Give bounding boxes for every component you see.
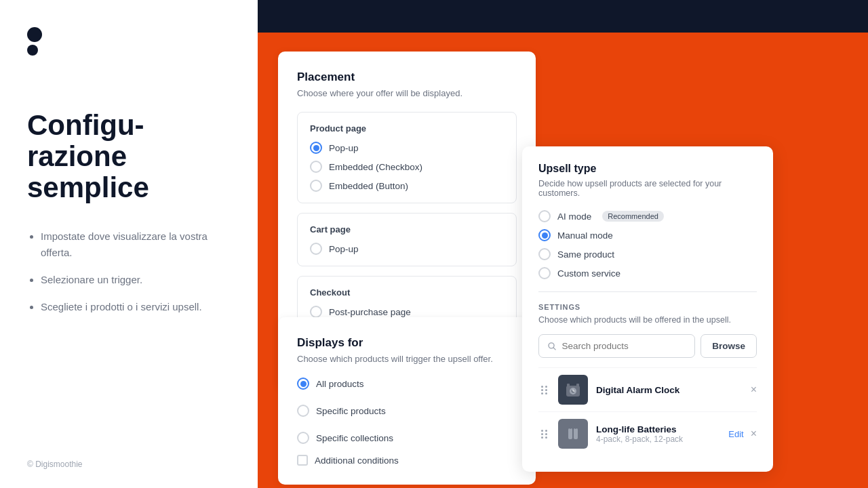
drag-handle-1[interactable]	[538, 383, 550, 397]
upsell-radio-group: AI mode Recommended Manual mode Same pro…	[538, 210, 757, 279]
svg-line-1	[553, 348, 555, 350]
displays-all-label: All products	[316, 379, 364, 389]
displays-specific-label: Specific products	[316, 406, 386, 416]
displays-specific-collections[interactable]: Specific collections	[297, 432, 517, 444]
radio-embedded-cb-label: Embedded (Checkbox)	[329, 162, 422, 172]
edit-product-2[interactable]: Edit	[728, 429, 743, 439]
top-bar	[258, 0, 868, 33]
logo-dot-large	[27, 27, 42, 42]
upsell-radio-manual-circle	[538, 229, 551, 241]
search-row: Browse	[538, 334, 757, 358]
remove-product-1[interactable]: ×	[751, 384, 757, 395]
radio-popup-circle	[310, 142, 322, 154]
displays-collections-label: Specific collections	[316, 433, 393, 443]
displays-options: All products Specific products Specific …	[297, 378, 517, 444]
product-variant-2: 4-pack, 8-pack, 12-pack	[596, 434, 720, 444]
upsell-radio-same-circle	[538, 248, 551, 260]
upsell-radio-ai[interactable]: AI mode Recommended	[538, 210, 757, 222]
svg-rect-9	[568, 428, 572, 439]
drag-handle-2[interactable]	[538, 427, 550, 441]
svg-rect-7	[567, 384, 570, 387]
search-input-wrap[interactable]	[538, 334, 695, 358]
displays-collections-circle	[297, 432, 309, 444]
displays-card: Displays for Choose which products will …	[278, 317, 536, 485]
checkout-label: Checkout	[310, 287, 504, 298]
displays-additional-checkbox[interactable]	[297, 455, 308, 466]
displays-subtitle: Choose which products will trigger the u…	[297, 354, 517, 364]
product-item-2: Long-life Batteries 4-pack, 8-pack, 12-p…	[538, 411, 757, 455]
radio-embedded-btn-circle	[310, 180, 322, 192]
cart-page-label: Cart page	[310, 224, 504, 235]
logo-dot-small	[27, 45, 38, 56]
product-page-label: Product page	[310, 123, 504, 134]
radio-embedded-cb[interactable]: Embedded (Checkbox)	[310, 161, 504, 173]
svg-rect-11	[570, 427, 571, 429]
radio-popup-label: Pop-up	[329, 143, 359, 153]
upsell-radio-custom-circle	[538, 267, 551, 279]
radio-post-purchase-circle	[310, 306, 322, 318]
displays-all-circle	[297, 378, 309, 390]
displays-all-products[interactable]: All products	[297, 378, 517, 390]
product-img-2	[558, 419, 588, 449]
upsell-title: Upsell type	[538, 163, 757, 175]
bullet-2: Selezionare un trigger.	[41, 272, 231, 288]
product-item-1: Digital Alarm Clock ×	[538, 367, 757, 411]
svg-rect-8	[576, 384, 579, 387]
left-panel: Configu- razione semplice Impostate dove…	[0, 0, 258, 488]
copyright: © Digismoothie	[27, 460, 83, 469]
upsell-subtitle: Decide how upsell products are selected …	[538, 179, 757, 198]
displays-additional-label: Additional conditions	[315, 455, 399, 466]
radio-cart-popup-circle	[310, 243, 322, 255]
logo	[27, 27, 231, 56]
product-name-2: Long-life Batteries	[596, 424, 720, 434]
browse-button[interactable]: Browse	[701, 334, 757, 358]
product-name-1: Digital Alarm Clock	[596, 385, 743, 395]
radio-post-purchase-label: Post-purchase page	[329, 307, 411, 317]
svg-rect-10	[574, 428, 578, 439]
settings-label: SETTINGS	[538, 303, 757, 311]
product-info-1: Digital Alarm Clock	[596, 385, 743, 395]
upsell-radio-manual[interactable]: Manual mode	[538, 229, 757, 241]
search-icon	[547, 341, 556, 351]
displays-title: Displays for	[297, 336, 517, 350]
upsell-card: Upsell type Decide how upsell products a…	[522, 146, 773, 472]
displays-specific-circle	[297, 405, 309, 417]
radio-cart-popup[interactable]: Pop-up	[310, 243, 504, 255]
right-panel: Placement Choose where your offer will b…	[258, 0, 868, 488]
product-actions-1: ×	[751, 384, 757, 395]
upsell-radio-manual-label: Manual mode	[557, 230, 613, 241]
displays-specific-products[interactable]: Specific products	[297, 405, 517, 417]
radio-embedded-btn[interactable]: Embedded (Button)	[310, 180, 504, 192]
radio-embedded-cb-circle	[310, 161, 322, 173]
search-input[interactable]	[561, 335, 686, 357]
product-page-section: Product page Pop-up Embedded (Checkbox) …	[297, 112, 517, 203]
product-actions-2: Edit ×	[728, 428, 757, 439]
radio-cart-popup-label: Pop-up	[329, 244, 359, 254]
upsell-radio-ai-label: AI mode	[557, 211, 591, 222]
upsell-radio-same-label: Same product	[557, 249, 614, 260]
product-info-2: Long-life Batteries 4-pack, 8-pack, 12-p…	[596, 424, 720, 444]
displays-additional-conditions[interactable]: Additional conditions	[297, 455, 517, 466]
bullet-3: Scegliete i prodotti o i servizi upsell.	[41, 299, 231, 315]
placement-title: Placement	[297, 70, 517, 84]
placement-subtitle: Choose where your offer will be displaye…	[297, 88, 517, 98]
radio-post-purchase[interactable]: Post-purchase page	[310, 306, 504, 318]
remove-product-2[interactable]: ×	[751, 428, 757, 439]
recommended-badge: Recommended	[602, 211, 664, 222]
upsell-radio-ai-circle	[538, 210, 551, 222]
product-img-1	[558, 375, 588, 405]
radio-embedded-btn-label: Embedded (Button)	[329, 181, 408, 191]
upsell-radio-custom-label: Custom service	[557, 268, 620, 279]
main-heading: Configu- razione semplice	[27, 110, 231, 204]
radio-popup[interactable]: Pop-up	[310, 142, 504, 154]
bullet-list: Impostate dove visualizzare la vostra of…	[27, 228, 231, 315]
settings-desc: Choose which products will be offered in…	[538, 315, 757, 325]
content-area: Placement Choose where your offer will b…	[258, 33, 868, 389]
upsell-radio-same[interactable]: Same product	[538, 248, 757, 260]
bullet-1: Impostate dove visualizzare la vostra of…	[41, 228, 231, 261]
cart-page-section: Cart page Pop-up	[297, 213, 517, 266]
upsell-radio-custom[interactable]: Custom service	[538, 267, 757, 279]
svg-rect-12	[575, 427, 576, 429]
settings-section: SETTINGS Choose which products will be o…	[538, 291, 757, 455]
